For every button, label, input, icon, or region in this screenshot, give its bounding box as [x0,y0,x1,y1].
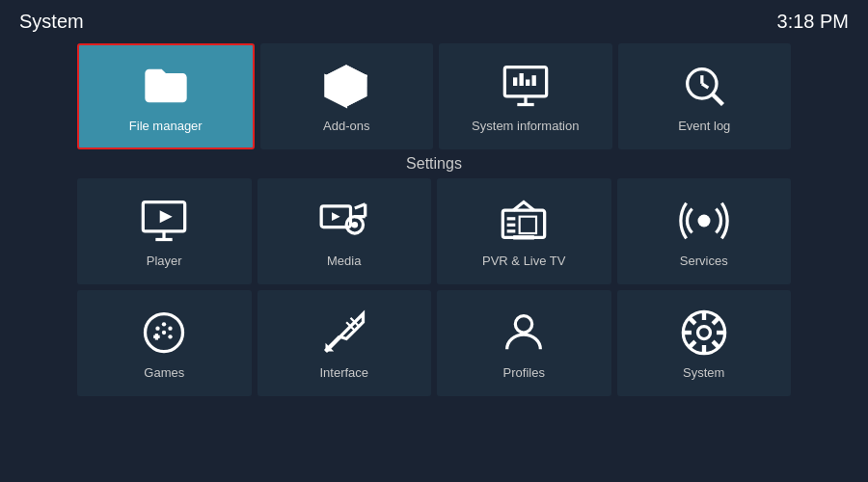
tile-system-information[interactable]: System information [439,43,612,149]
tile-interface[interactable]: Interface [258,290,432,396]
media-icon [319,196,369,246]
svg-line-56 [689,341,694,347]
tile-system-information-label: System information [472,119,579,133]
svg-point-33 [156,326,160,330]
tile-media-label: Media [327,254,361,268]
tile-interface-label: Interface [319,365,368,380]
person-icon [499,308,549,358]
settings-label: Settings [0,155,868,173]
tile-games[interactable]: Games [77,290,252,396]
top-tiles-row: File manager Add-ons [0,43,868,149]
svg-point-34 [162,322,166,326]
tile-media[interactable]: Media [258,178,432,284]
tile-services[interactable]: Services [617,178,792,284]
tv-icon [499,196,549,246]
tile-add-ons[interactable]: Add-ons [260,43,434,149]
svg-point-31 [697,214,710,227]
monitor-play-icon [139,196,189,246]
tile-pvr-live-tv[interactable]: PVR & Live TV [437,178,611,284]
pencil-ruler-icon [319,308,369,358]
box-icon [321,61,371,111]
tile-profiles-label: Profiles [503,365,545,380]
svg-marker-19 [332,212,340,221]
tile-profiles[interactable]: Profiles [437,290,611,396]
tile-player[interactable]: Player [77,178,252,284]
svg-line-55 [713,317,719,323]
svg-point-35 [169,326,173,330]
svg-point-46 [516,315,532,332]
podcast-icon [679,196,729,246]
svg-line-11 [713,94,723,104]
clock-search-icon [679,61,729,111]
svg-line-22 [355,203,366,207]
tile-event-log[interactable]: Event log [618,43,792,149]
gear-wrench-icon [679,308,729,358]
svg-marker-17 [160,210,173,223]
tile-system[interactable]: System [617,290,792,396]
settings-row-1: Player Media [0,178,868,284]
svg-rect-30 [520,216,536,232]
tile-pvr-live-tv-label: PVR & Live TV [482,254,565,268]
tile-file-manager[interactable]: File manager [77,43,255,149]
settings-row-2: Games Interface Profiles [0,290,868,396]
svg-line-54 [713,341,719,347]
clock: 3:18 PM [777,11,849,33]
svg-point-39 [169,335,173,338]
svg-line-53 [689,317,694,323]
header: System 3:18 PM [0,0,868,43]
tile-add-ons-label: Add-ons [323,119,369,133]
svg-point-48 [697,326,710,338]
gamepad-icon [139,308,189,358]
tile-services-label: Services [680,254,728,268]
tile-system-label: System [683,365,724,380]
tile-event-log-label: Event log [678,119,730,133]
tile-games-label: Games [144,365,184,380]
tile-file-manager-label: File manager [129,119,203,133]
svg-line-13 [702,83,709,87]
tile-player-label: Player [147,254,182,268]
presentation-icon [501,61,551,111]
folder-icon [141,61,191,111]
svg-point-21 [351,222,358,228]
svg-point-36 [162,330,166,334]
page-title: System [19,11,84,33]
